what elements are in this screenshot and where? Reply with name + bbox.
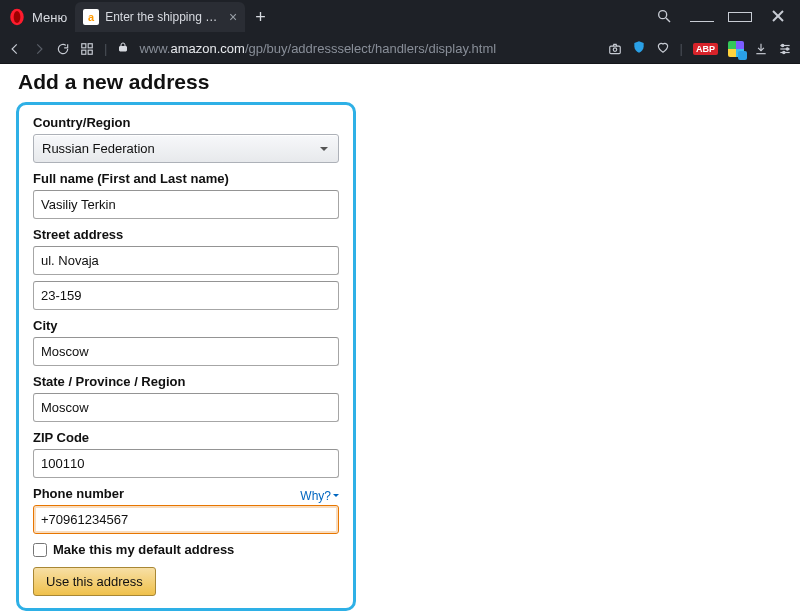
phone-input[interactable] xyxy=(33,505,339,534)
svg-line-3 xyxy=(666,18,670,22)
speed-dial-icon[interactable] xyxy=(80,42,94,56)
titlebar: Меню a Enter the shipping address × + xyxy=(0,0,800,34)
tab-title: Enter the shipping address xyxy=(105,10,223,24)
url-path: /gp/buy/addressselect/handlers/display.h… xyxy=(245,41,496,56)
page-viewport[interactable]: Add a new address Country/Region Russian… xyxy=(0,64,800,611)
svg-point-16 xyxy=(782,44,784,46)
street-label: Street address xyxy=(33,227,339,242)
easy-setup-icon[interactable] xyxy=(778,42,792,56)
svg-point-18 xyxy=(783,51,785,53)
url-host: amazon.com xyxy=(170,41,244,56)
lock-icon[interactable] xyxy=(117,41,129,56)
menu-label[interactable]: Меню xyxy=(32,10,67,25)
country-select[interactable]: Russian Federation xyxy=(33,134,339,163)
phone-why-link[interactable]: Why? xyxy=(300,489,339,503)
opera-logo-icon[interactable] xyxy=(8,8,26,26)
zip-input[interactable] xyxy=(33,449,339,478)
country-value: Russian Federation xyxy=(42,141,155,156)
tab-favicon-icon: a xyxy=(83,9,99,25)
search-icon[interactable] xyxy=(652,8,676,27)
default-address-label: Make this my default address xyxy=(53,542,234,557)
state-input[interactable] xyxy=(33,393,339,422)
svg-point-17 xyxy=(786,47,788,49)
state-label: State / Province / Region xyxy=(33,374,339,389)
default-address-checkbox[interactable] xyxy=(33,543,47,557)
active-tab[interactable]: a Enter the shipping address × xyxy=(75,2,245,32)
svg-rect-6 xyxy=(82,43,86,47)
toolbar: | www.amazon.com/gp/buy/addressselect/ha… xyxy=(0,34,800,64)
nav-forward-button[interactable] xyxy=(32,42,46,56)
fullname-label: Full name (First and Last name) xyxy=(33,171,339,186)
svg-rect-8 xyxy=(82,50,86,54)
page-title: Add a new address xyxy=(18,70,784,94)
use-address-button[interactable]: Use this address xyxy=(33,567,156,596)
city-input[interactable] xyxy=(33,337,339,366)
street2-input[interactable] xyxy=(33,281,339,310)
window-maximize-button[interactable] xyxy=(728,10,752,25)
svg-rect-7 xyxy=(88,43,92,47)
window-controls xyxy=(652,8,800,27)
window-close-button[interactable] xyxy=(766,10,790,25)
fullname-input[interactable] xyxy=(33,190,339,219)
svg-rect-10 xyxy=(120,47,127,52)
nav-back-button[interactable] xyxy=(8,42,22,56)
new-tab-button[interactable]: + xyxy=(255,7,266,28)
country-label: Country/Region xyxy=(33,115,339,130)
abp-extension-icon[interactable]: ABP xyxy=(693,43,718,55)
svg-point-12 xyxy=(613,47,617,51)
window-minimize-button[interactable] xyxy=(690,10,714,25)
snapshot-icon[interactable] xyxy=(608,42,622,56)
heart-icon[interactable] xyxy=(656,40,670,57)
city-label: City xyxy=(33,318,339,333)
tab-close-icon[interactable]: × xyxy=(229,9,237,25)
svg-rect-9 xyxy=(88,50,92,54)
phone-label: Phone number xyxy=(33,486,124,501)
reload-button[interactable] xyxy=(56,42,70,56)
svg-point-1 xyxy=(14,11,21,23)
shield-icon[interactable] xyxy=(632,40,646,57)
zip-label: ZIP Code xyxy=(33,430,339,445)
svg-point-2 xyxy=(659,10,667,18)
url-prefix: www. xyxy=(139,41,170,56)
downloads-icon[interactable] xyxy=(754,42,768,56)
svg-rect-11 xyxy=(609,46,620,54)
address-form: Country/Region Russian Federation Full n… xyxy=(16,102,356,611)
street1-input[interactable] xyxy=(33,246,339,275)
address-bar[interactable]: www.amazon.com/gp/buy/addressselect/hand… xyxy=(139,41,496,56)
extension-icon[interactable] xyxy=(728,41,744,57)
